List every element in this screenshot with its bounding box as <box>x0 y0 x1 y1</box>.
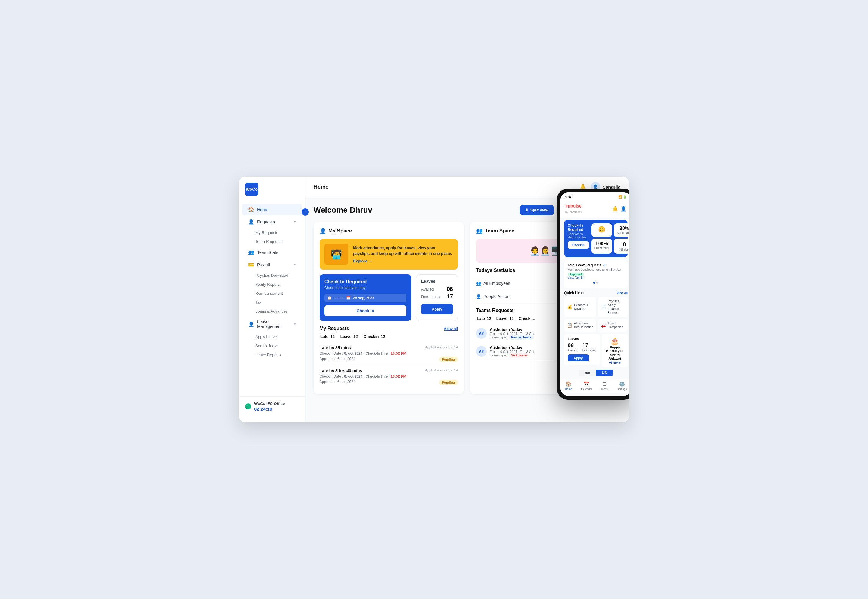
sidebar-item-leave-label: Leave Management <box>257 319 291 329</box>
sidebar-item-home[interactable]: 🏠 Home <box>242 204 302 215</box>
payslips-text: Payslips, salary breakups &more <box>608 299 625 315</box>
team-avatar-2: AY <box>476 346 487 357</box>
sidebar-item-my-requests[interactable]: My Requests <box>252 228 302 237</box>
quick-links-section: Quick Links View all 💰 Expense & Advance… <box>564 291 628 331</box>
quick-link-expense[interactable]: 💰 Expense & Advances <box>564 297 596 317</box>
phone-nav-calendar[interactable]: 📅 Calendar <box>581 381 592 391</box>
request-item-1: Late by 35 mins Applied on 6 oct, 2024 C… <box>320 342 458 366</box>
phone-bell-icon[interactable]: 🔔 <box>612 206 618 212</box>
sidebar-item-yearly-report[interactable]: Yearly Report <box>252 280 302 289</box>
availed-row: Availed 06 <box>421 286 453 292</box>
sidebar-item-requests[interactable]: 👤 Requests ▾ <box>242 216 302 227</box>
team-req-name-1: Aashutosh Yadav <box>490 327 535 332</box>
phone-nav-settings[interactable]: ⚙️ Settings <box>617 381 627 391</box>
sidebar-item-apply-leave[interactable]: Apply Leave <box>252 333 302 341</box>
phone-apply-button[interactable]: Apply <box>568 354 589 361</box>
filter-leave[interactable]: Leave 12 <box>340 334 358 339</box>
travel-text: Travel Companion <box>608 321 625 329</box>
sidebar-toggle-button[interactable]: ‹ <box>302 208 309 216</box>
payroll-submenu: Payslips Download Yearly Report Reimburs… <box>239 271 305 316</box>
request-1-applied-label: Applied on 6 oct, 2024 <box>320 357 355 361</box>
promo-banner: 🧑‍💻 Mark attendance, apply for leaves, v… <box>320 239 458 269</box>
sidebar-item-team-stats[interactable]: 👥 Team Stats <box>242 247 302 258</box>
team-filter-leave[interactable]: Leave 12 <box>495 316 514 321</box>
team-req-name-2: Aashutosh Yadav <box>490 345 535 350</box>
leave-mgmt-icon: 👤 <box>248 321 254 327</box>
sidebar-item-leave-mgmt[interactable]: 👤 Leave Management ▾ <box>242 316 302 332</box>
request-2-applied-label: Applied on 6 oct, 2024 <box>320 380 355 384</box>
sidebar-item-home-label: Home <box>257 207 268 212</box>
checkin-card: Check-In Required Check-In to start your… <box>320 274 458 321</box>
team-avatar-1: AY <box>476 328 487 339</box>
availed-label: Availed <box>421 287 434 291</box>
chevron-down-icon-2: ▾ <box>294 263 296 266</box>
sidebar-item-leave-reports[interactable]: Leave Reports <box>252 351 302 359</box>
promo-illustration: 🧑‍💻 <box>324 244 348 265</box>
phone-app-tagline: by Inflectence <box>565 211 582 214</box>
birthday-icon: 🎂 <box>605 337 625 345</box>
phone-user-icon[interactable]: 👤 <box>620 206 626 212</box>
apply-leave-button[interactable]: Apply <box>421 304 453 315</box>
total-leave-label: Total Leave Requests 8 <box>568 263 624 267</box>
request-item-1-top: Late by 35 mins Applied on 6 oct, 2024 <box>320 345 458 350</box>
phone-stat-attendance-box: 30% Attendance <box>614 223 629 237</box>
phone-menu-label: Menu <box>601 388 608 391</box>
team-filter-late[interactable]: Late 12 <box>476 316 491 321</box>
request-2-footer: Applied on 6 oct, 2024 Pending <box>320 380 458 385</box>
sidebar-item-payroll-label: Payroll <box>257 262 270 267</box>
sidebar-nav: 🏠 Home 👤 Requests ▾ My Requests Team Req… <box>239 203 305 396</box>
checkin-calendar-icon: 📅 <box>346 296 351 300</box>
quick-link-payslips[interactable]: 📄 Payslips, salary breakups &more <box>598 297 628 317</box>
attendance-label: Attendance <box>617 231 629 235</box>
quick-link-travel[interactable]: 🚗 Travel Companion <box>598 319 628 331</box>
phone-availed-num: 06 <box>568 342 578 349</box>
view-details-link[interactable]: View Details <box>568 276 624 280</box>
explore-link[interactable]: Explore → <box>353 259 453 263</box>
checkin-left: Check-In Required Check-In to start your… <box>320 274 411 321</box>
status-badge-2: Pending <box>439 380 458 385</box>
phone-leaves-label: Leaves <box>568 337 596 340</box>
checkin-title: Check-In Required <box>324 279 406 284</box>
filter-checkin[interactable]: Checkin 12 <box>363 334 385 339</box>
absent-icon: 👤 <box>476 294 481 299</box>
sidebar-item-see-holidays[interactable]: See Holidays <box>252 342 302 350</box>
quick-link-attendance[interactable]: 📋 Attendance Regularisation <box>564 319 596 331</box>
phone-stat-emoji-box: 😊 <box>591 223 612 237</box>
office-time: 02:24:19 <box>254 406 285 411</box>
phone-status-icons: 📶 🔋 <box>618 195 626 199</box>
us-button[interactable]: US <box>596 370 613 376</box>
team-stats-icon: 👥 <box>248 250 254 255</box>
sidebar-item-reimbursement[interactable]: Reimbursement <box>252 289 302 298</box>
sidebar-item-team-requests[interactable]: Team Requests <box>252 237 302 246</box>
remaining-label: Remaining <box>421 294 440 299</box>
remaining-value: 17 <box>447 293 453 300</box>
me-button[interactable]: me <box>579 370 596 376</box>
leave-type-badge-2: Sick leave <box>509 353 529 358</box>
time-dashes: -------- <box>334 296 344 300</box>
view-all-requests-link[interactable]: View all <box>444 327 458 331</box>
sidebar-item-loans[interactable]: Loans & Advances <box>252 307 302 316</box>
my-space-title: 👤 My Space <box>320 227 458 234</box>
sidebar-item-payroll[interactable]: 💳 Payroll ▾ <box>242 259 302 271</box>
sidebar-item-payslips[interactable]: Payslips Download <box>252 271 302 280</box>
team-filter-checkin[interactable]: Checki... <box>518 316 535 321</box>
logo: WoCo <box>245 183 258 196</box>
sidebar-item-requests-label: Requests <box>257 220 275 224</box>
checkin-subtitle: Check-In to start your day <box>324 286 406 290</box>
request-1-details: Checkin Date : 6, oct 2024 Check-In time… <box>320 351 458 355</box>
travel-icon: 🚗 <box>601 323 606 328</box>
phone-calendar-label: Calendar <box>581 388 592 391</box>
split-view-button[interactable]: ⏸ Split View <box>520 205 554 215</box>
request-1-applied: Applied on 6 oct, 2024 <box>425 345 458 349</box>
payslips-icon: 📄 <box>601 305 606 309</box>
quick-links-view-all[interactable]: View all <box>616 291 628 295</box>
phone-nav-home[interactable]: 🏠 Home <box>565 381 572 391</box>
filter-late[interactable]: Late 12 <box>320 334 335 339</box>
phone-checkin-button[interactable]: Checkin <box>568 241 589 248</box>
check-in-button[interactable]: Check-in <box>324 306 406 316</box>
requests-section-title: My Requests <box>320 326 349 331</box>
phone-nav-menu[interactable]: ☰ Menu <box>601 381 608 391</box>
checkin-time-row: 📋 -------- 📅 25 sep, 2023 <box>324 293 406 303</box>
leaves-birthday-row: Leaves 06 Availed 17 Remaining Apply <box>564 334 628 367</box>
sidebar-item-tax[interactable]: Tax <box>252 298 302 307</box>
